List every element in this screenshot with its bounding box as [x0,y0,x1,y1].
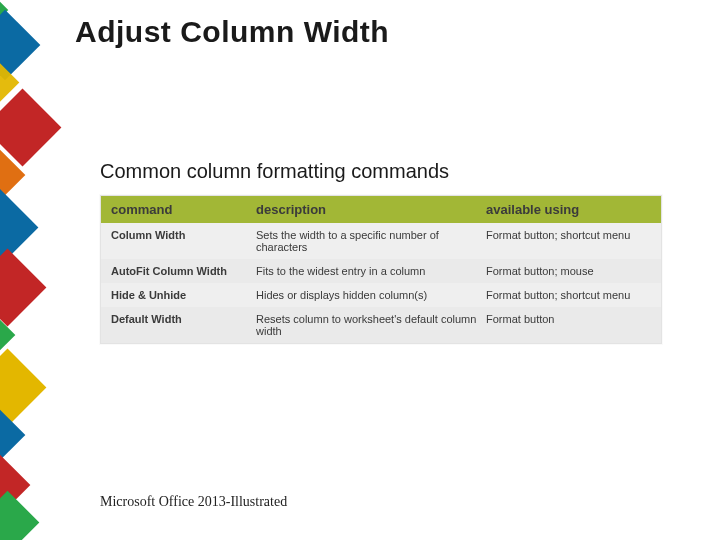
cell-available: Format button [486,313,651,337]
page-title: Adjust Column Width [75,15,389,49]
footer-text: Microsoft Office 2013-Illustrated [100,494,287,510]
cell-command: Default Width [111,313,256,337]
cell-command: Column Width [111,229,256,253]
cell-description: Resets column to worksheet's default col… [256,313,486,337]
header-description: description [256,202,486,217]
cell-description: Fits to the widest entry in a column [256,265,486,277]
table-row: Default Width Resets column to worksheet… [101,307,661,343]
decorative-sidebar [0,0,90,540]
table-header-row: command description available using [101,196,661,223]
table-row: AutoFit Column Width Fits to the widest … [101,259,661,283]
commands-table: command description available using Colu… [100,195,662,344]
table-row: Hide & Unhide Hides or displays hidden c… [101,283,661,307]
cell-available: Format button; mouse [486,265,651,277]
header-command: command [111,202,256,217]
header-available: available using [486,202,651,217]
cell-command: Hide & Unhide [111,289,256,301]
cell-available: Format button; shortcut menu [486,289,651,301]
table-caption: Common column formatting commands [100,160,449,183]
table-row: Column Width Sets the width to a specifi… [101,223,661,259]
cell-description: Sets the width to a specific number of c… [256,229,486,253]
cell-command: AutoFit Column Width [111,265,256,277]
cell-available: Format button; shortcut menu [486,229,651,253]
cell-description: Hides or displays hidden column(s) [256,289,486,301]
